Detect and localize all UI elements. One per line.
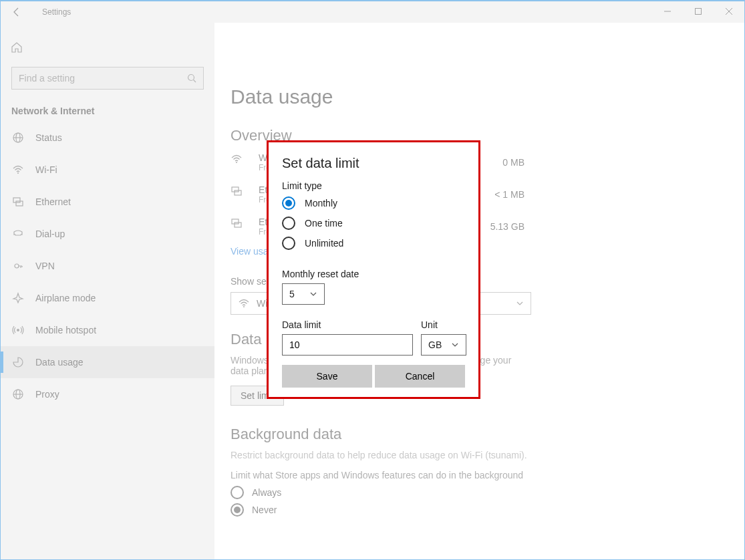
reset-date-label: Monthly reset date xyxy=(282,269,465,279)
chevron-down-icon xyxy=(309,290,317,298)
data-limit-label: Data limit xyxy=(282,319,413,330)
radio-label: Unlimited xyxy=(305,238,343,249)
limit-type-radio-monthly[interactable]: Monthly xyxy=(282,196,465,210)
dialog-title: Set data limit xyxy=(282,156,465,171)
unit-label: Unit xyxy=(421,319,466,330)
save-button[interactable]: Save xyxy=(282,365,372,388)
chevron-down-icon xyxy=(451,341,459,349)
limit-type-label: Limit type xyxy=(282,180,465,191)
data-limit-input[interactable] xyxy=(282,334,413,356)
radio-label: One time xyxy=(305,218,343,229)
reset-date-select[interactable]: 5 xyxy=(282,283,325,305)
unit-select[interactable]: GB xyxy=(421,334,466,356)
limit-type-radio-one-time[interactable]: One time xyxy=(282,217,465,230)
reset-date-value: 5 xyxy=(289,289,304,299)
radio-label: Monthly xyxy=(305,198,337,208)
radio-icon xyxy=(282,196,295,210)
unit-value: GB xyxy=(428,339,446,350)
limit-type-radio-unlimited[interactable]: Unlimited xyxy=(282,237,465,250)
radio-icon xyxy=(282,237,295,250)
radio-icon xyxy=(282,217,295,230)
set-data-limit-dialog: Set data limit Limit type MonthlyOne tim… xyxy=(267,140,480,399)
cancel-button[interactable]: Cancel xyxy=(375,365,465,388)
